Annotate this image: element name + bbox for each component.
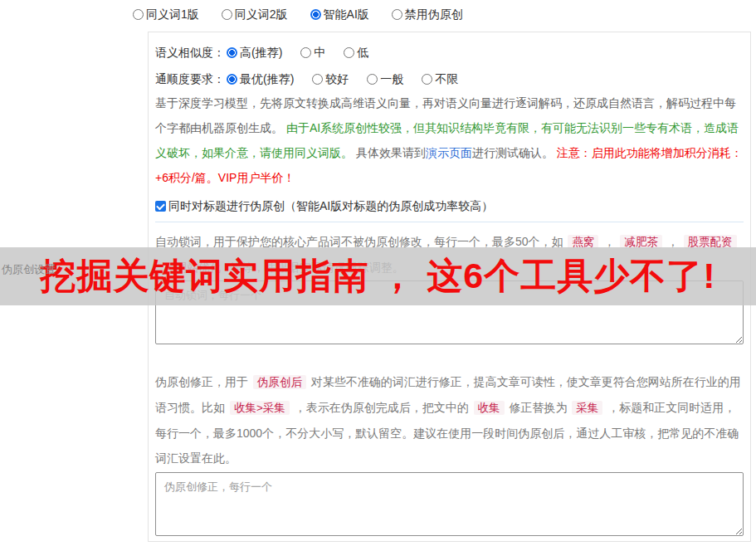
radio-unchecked-icon[interactable] bbox=[344, 47, 354, 58]
radio-option[interactable]: 同义词2版 bbox=[222, 7, 288, 22]
radio-label: 一般 bbox=[380, 72, 403, 85]
radio-option[interactable]: 最优(推荐) bbox=[227, 69, 294, 89]
radio-checked-icon[interactable] bbox=[310, 9, 321, 20]
radio-option[interactable]: 较好 bbox=[312, 69, 349, 89]
similarity-row: 语义相似度：高(推荐)中低 bbox=[155, 42, 744, 62]
checkbox-checked-icon[interactable] bbox=[155, 201, 166, 212]
demo-page-link[interactable]: 演示页面 bbox=[426, 146, 472, 159]
radio-option[interactable]: 不限 bbox=[422, 69, 458, 89]
radio-unchecked-icon[interactable] bbox=[312, 74, 323, 85]
correction-textarea[interactable] bbox=[155, 472, 744, 536]
correction-help-text: 伪原创修正，用于 伪原创后 对某些不准确的词汇进行修正，提高文章可读性，使文章更… bbox=[155, 369, 744, 470]
overlay-banner: 挖掘关键词实用指南 ， 这6个工具少不了! bbox=[0, 247, 756, 305]
ai-mode-description: 基于深度学习模型，先将原文转换成高维语义向量，再对语义向量进行逐词解码，还原成自… bbox=[155, 90, 744, 190]
fluency-label: 通顺度要求： bbox=[155, 72, 225, 85]
version-radio-group: 同义词1版同义词2版智能AI版禁用伪原创 bbox=[133, 7, 485, 22]
radio-label: 中 bbox=[314, 46, 325, 59]
radio-label: 不限 bbox=[435, 72, 458, 85]
checkbox-label: 同时对标题进行伪原创（智能AI版对标题的伪原创成功率较高） bbox=[168, 199, 493, 212]
similarity-radio-group: 高(推荐)中低 bbox=[227, 46, 387, 59]
radio-label: 同义词2版 bbox=[235, 7, 288, 21]
text-segment: ，表示在伪原创完成后，把文中的 bbox=[291, 401, 472, 414]
radio-option[interactable]: 禁用伪原创 bbox=[392, 7, 463, 22]
title-pseudo-original-checkbox-row[interactable]: 同时对标题进行伪原创（智能AI版对标题的伪原创成功率较高） bbox=[155, 197, 744, 215]
radio-unchecked-icon[interactable] bbox=[422, 74, 432, 85]
text-segment: ， bbox=[664, 235, 682, 248]
radio-label: 禁用伪原创 bbox=[405, 7, 463, 21]
banner-text: 挖掘关键词实用指南 ， 这6个工具少不了! bbox=[40, 252, 715, 300]
radio-label: 最优(推荐) bbox=[240, 72, 294, 85]
keyword-chip: 伪原创后 bbox=[253, 375, 306, 389]
radio-label: 同义词1版 bbox=[146, 7, 199, 21]
radio-unchecked-icon[interactable] bbox=[392, 9, 402, 20]
section-divider bbox=[155, 222, 744, 222]
radio-label: 高(推荐) bbox=[240, 46, 282, 59]
radio-option[interactable]: 低 bbox=[344, 42, 368, 62]
radio-option[interactable]: 同义词1版 bbox=[133, 7, 199, 22]
radio-option[interactable]: 智能AI版 bbox=[310, 7, 369, 22]
radio-checked-icon[interactable] bbox=[227, 74, 237, 85]
text-segment: 伪原创修正，用于 bbox=[155, 375, 251, 388]
similarity-label: 语义相似度： bbox=[155, 46, 225, 59]
radio-unchecked-icon[interactable] bbox=[367, 74, 378, 85]
keyword-chip: 收集 bbox=[474, 401, 505, 415]
fluency-row: 通顺度要求：最优(推荐)较好一般不限 bbox=[155, 69, 744, 89]
radio-option[interactable]: 高(推荐) bbox=[227, 42, 282, 62]
text-segment: 进行测试确认。 bbox=[472, 146, 557, 159]
form-row-label: 伪原创设置 bbox=[2, 262, 56, 277]
radio-unchecked-icon[interactable] bbox=[300, 47, 311, 58]
radio-option[interactable]: 中 bbox=[300, 42, 325, 62]
text-segment: 修正替换为 bbox=[506, 401, 571, 414]
radio-option[interactable]: 一般 bbox=[367, 69, 403, 89]
radio-checked-icon[interactable] bbox=[227, 47, 237, 58]
text-segment: 具体效果请到 bbox=[353, 146, 426, 159]
text-segment: 自动锁词，用于保护您的核心产品词不被伪原创修改，每行一个，最多50个，如 bbox=[155, 235, 566, 248]
radio-unchecked-icon[interactable] bbox=[133, 9, 144, 20]
radio-label: 较好 bbox=[325, 72, 349, 85]
radio-unchecked-icon[interactable] bbox=[222, 9, 232, 20]
radio-label: 低 bbox=[357, 46, 368, 59]
text-segment: ， bbox=[600, 235, 618, 248]
keyword-chip: 收集>采集 bbox=[230, 401, 290, 415]
radio-label: 智能AI版 bbox=[324, 7, 369, 21]
fluency-radio-group: 最优(推荐)较好一般不限 bbox=[227, 72, 476, 85]
keyword-chip: 采集 bbox=[572, 401, 602, 415]
page: 同义词1版同义词2版智能AI版禁用伪原创 语义相似度：高(推荐)中低 通顺度要求… bbox=[0, 0, 756, 546]
